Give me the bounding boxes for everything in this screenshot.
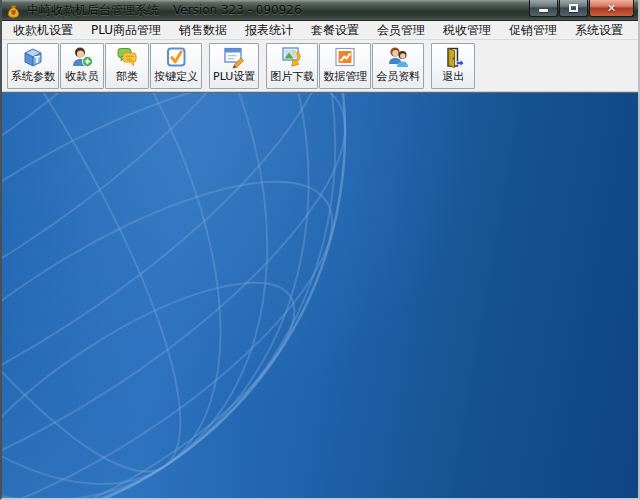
data-chart-icon — [333, 45, 357, 69]
title-bar: ¥ 中崎收款机后台管理系统Version 323 - 090926 ✕ — [0, 0, 640, 21]
close-button[interactable]: ✕ — [589, 0, 634, 17]
globe-wireframe — [2, 93, 638, 498]
maximize-button[interactable] — [559, 0, 588, 17]
toolbar-button-label: 图片下载 — [270, 69, 314, 84]
toolbar-button-data-manage[interactable]: 数据管理 — [319, 43, 371, 89]
toolbar-button-member-profile[interactable]: 会员资料 — [372, 43, 424, 89]
toolbar-button-cashier[interactable]: 收款员 — [60, 43, 104, 89]
toolbar: T 系统参数 收款员 部类 — [2, 40, 638, 92]
toolbar-button-exit[interactable]: 退出 — [431, 43, 475, 89]
menu-item-report-statistics[interactable]: 报表统计 — [236, 21, 302, 40]
menu-item-plu-management[interactable]: PLU商品管理 — [82, 21, 170, 40]
app-version: Version 323 - 090926 — [173, 3, 302, 17]
toolbar-button-label: 收款员 — [66, 69, 99, 84]
app-window: ¥ 中崎收款机后台管理系统Version 323 - 090926 ✕ 收款机设… — [0, 0, 640, 500]
app-title: 中崎收款机后台管理系统 — [27, 3, 159, 17]
mdi-client-area — [2, 92, 638, 498]
menu-item-member-management[interactable]: 会员管理 — [368, 21, 434, 40]
minimize-button[interactable] — [529, 0, 558, 17]
toolbar-button-plu-settings[interactable]: PLU设置 — [209, 43, 259, 89]
exit-door-icon — [441, 45, 465, 69]
toolbar-button-label: 系统参数 — [11, 69, 55, 84]
menu-item-sales-data[interactable]: 销售数据 — [170, 21, 236, 40]
toolbar-button-key-define[interactable]: 按键定义 — [150, 43, 202, 89]
toolbar-button-picture-download[interactable]: 图片下载 — [266, 43, 318, 89]
toolbar-button-label: 部类 — [116, 69, 138, 84]
menu-item-promotion-management[interactable]: 促销管理 — [500, 21, 566, 40]
plu-settings-pencil-icon — [222, 45, 246, 69]
svg-text:T: T — [34, 56, 40, 65]
toolbar-button-label: 会员资料 — [376, 69, 420, 84]
cashier-person-icon — [70, 45, 94, 69]
system-cube-icon: T — [21, 45, 45, 69]
toolbar-button-system-params[interactable]: T 系统参数 — [7, 43, 59, 89]
member-people-icon — [386, 45, 410, 69]
close-icon: ✕ — [607, 3, 616, 14]
key-define-check-icon — [164, 45, 188, 69]
menu-item-combo-settings[interactable]: 套餐设置 — [302, 21, 368, 40]
maximize-icon — [569, 4, 578, 12]
toolbar-button-label: 按键定义 — [154, 69, 198, 84]
menu-item-register-settings[interactable]: 收款机设置 — [4, 21, 82, 40]
money-bag-icon: ¥ — [6, 3, 21, 18]
menu-bar: 收款机设置 PLU商品管理 销售数据 报表统计 套餐设置 会员管理 税收管理 促… — [2, 21, 638, 40]
category-bubbles-icon — [115, 45, 139, 69]
menu-item-system-settings[interactable]: 系统设置 — [566, 21, 632, 40]
menu-item-tax-management[interactable]: 税收管理 — [434, 21, 500, 40]
window-controls: ✕ — [528, 0, 634, 17]
toolbar-button-label: PLU设置 — [213, 69, 255, 84]
toolbar-button-label: 数据管理 — [323, 69, 367, 84]
picture-download-arrow-icon — [280, 45, 304, 69]
toolbar-button-category[interactable]: 部类 — [105, 43, 149, 89]
toolbar-button-label: 退出 — [442, 69, 464, 84]
svg-text:¥: ¥ — [11, 9, 16, 17]
window-title: 中崎收款机后台管理系统Version 323 - 090926 — [27, 2, 302, 19]
minimize-icon — [539, 9, 548, 12]
